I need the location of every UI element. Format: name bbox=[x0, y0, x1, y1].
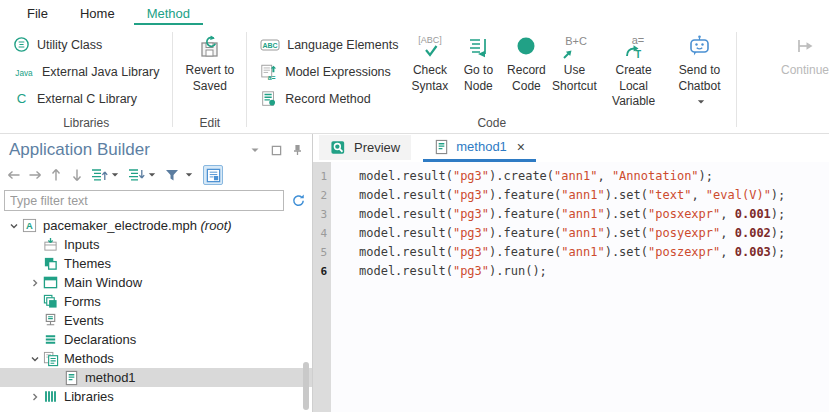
continue-arrow-icon bbox=[792, 34, 819, 60]
themes-icon bbox=[43, 256, 58, 271]
refresh-icon[interactable] bbox=[291, 193, 306, 208]
method-doc-icon bbox=[64, 370, 79, 386]
filter-funnel-dropdown[interactable] bbox=[183, 165, 195, 185]
external-c-library-button[interactable]: CExternal C Library bbox=[6, 85, 166, 112]
tab-label: method1 bbox=[456, 139, 507, 154]
tree-item-themes[interactable]: Themes bbox=[0, 254, 312, 273]
code-token: model.result( bbox=[359, 169, 453, 183]
arrow-up-button[interactable] bbox=[46, 165, 66, 185]
button-label: Language Elements bbox=[287, 38, 398, 52]
line-number: 6 bbox=[313, 262, 331, 281]
go-to-node-icon bbox=[465, 34, 491, 61]
language-elements-icon: ABC bbox=[260, 37, 280, 53]
method-doc-icon bbox=[434, 139, 449, 155]
tree-item-inputs[interactable]: Inputs bbox=[0, 235, 312, 254]
close-tab-icon[interactable]: × bbox=[517, 140, 525, 154]
model-expressions-button[interactable]: a=Model Expressions bbox=[253, 58, 405, 85]
record-method-button[interactable]: Record Method bbox=[253, 85, 405, 112]
list-move-up-dropdown[interactable] bbox=[109, 165, 121, 185]
tree-item-forms[interactable]: Forms bbox=[0, 292, 312, 311]
editor-tab-preview[interactable]: Preview bbox=[319, 135, 411, 160]
ribbon-tab-method[interactable]: Method bbox=[134, 3, 203, 25]
collapse-chevron-icon[interactable] bbox=[250, 146, 260, 154]
code-line[interactable]: model.result("pg3").feature("ann1").set(… bbox=[359, 205, 829, 224]
continue-button: Continue bbox=[781, 26, 829, 133]
svg-text:A: A bbox=[26, 221, 33, 231]
go-to-node-button[interactable]: Go to Node bbox=[454, 26, 502, 94]
record-code-button[interactable]: Record Code bbox=[502, 26, 550, 94]
arrow-down-button[interactable] bbox=[67, 165, 87, 185]
utility-class-button[interactable]: Utility Class bbox=[6, 31, 166, 58]
button-label: Model Expressions bbox=[285, 65, 391, 79]
chevron-right-icon[interactable] bbox=[27, 392, 42, 402]
main-area: Application Builder Apacemaker_electrode… bbox=[0, 134, 829, 412]
group-label-libraries: Libraries bbox=[6, 115, 166, 133]
check-syntax-button[interactable]: [ABC]Check Syntax bbox=[405, 26, 454, 94]
chevron-right-icon[interactable] bbox=[27, 278, 42, 288]
code-line[interactable]: model.result("pg3").feature("ann1").set(… bbox=[359, 243, 829, 262]
code-line[interactable]: model.result("pg3").feature("ann1").set(… bbox=[359, 186, 829, 205]
code-token: ).set( bbox=[605, 245, 648, 259]
ribbon-tab-home[interactable]: Home bbox=[67, 3, 128, 25]
code-token: model.result( bbox=[359, 207, 453, 221]
float-window-icon[interactable] bbox=[271, 145, 282, 156]
c-library-icon: C bbox=[13, 90, 30, 107]
tree-item-pacemaker-electrode-mph[interactable]: Apacemaker_electrode.mph (root) bbox=[0, 216, 312, 235]
external-java-library-button[interactable]: JavaExternal Java Library bbox=[6, 58, 166, 85]
ribbon-group-libraries: Utility ClassJavaExternal Java LibraryCE… bbox=[2, 26, 170, 133]
revert-to-saved-button[interactable]: Revert to Saved bbox=[179, 26, 240, 94]
create-local-variable-button[interactable]: a=TCreate Local Variable bbox=[598, 26, 668, 110]
ribbon-tabs: FileHomeMethod bbox=[0, 0, 829, 25]
code-token: ); bbox=[771, 226, 785, 240]
utility-class-icon bbox=[13, 36, 30, 53]
string-token: "ann1" bbox=[561, 188, 604, 202]
svg-text:[ABC]: [ABC] bbox=[418, 35, 442, 45]
tree-item-methods[interactable]: Methods bbox=[0, 349, 312, 368]
tree-item-libraries[interactable]: Libraries bbox=[0, 387, 312, 406]
tree-item-declarations[interactable]: Declarations bbox=[0, 330, 312, 349]
string-token: "pg3" bbox=[453, 245, 489, 259]
arrow-up-icon bbox=[49, 167, 63, 183]
tree-item-events[interactable]: Events bbox=[0, 311, 312, 330]
preview-icon bbox=[330, 139, 347, 156]
tree-item-main-window[interactable]: Main Window bbox=[0, 273, 312, 292]
list-move-down-button[interactable] bbox=[125, 165, 145, 185]
editor-tab-method1[interactable]: method1× bbox=[423, 134, 536, 162]
code-line[interactable]: model.result("pg3").feature("ann1").set(… bbox=[359, 224, 829, 243]
events-icon bbox=[43, 313, 58, 328]
code-line[interactable]: model.result("pg3").create("ann1", "Anno… bbox=[359, 167, 829, 186]
use-shortcut-button[interactable]: B+CUse Shortcut bbox=[550, 26, 598, 94]
svg-text:a=: a= bbox=[631, 34, 644, 46]
code-editor[interactable]: 123456 model.result("pg3").create("ann1"… bbox=[313, 162, 829, 412]
chevron-down-icon[interactable] bbox=[6, 221, 21, 231]
panel-toolbar bbox=[0, 160, 312, 187]
code-line[interactable]: model.result("pg3").run(); bbox=[359, 262, 829, 281]
chevron-down-icon[interactable] bbox=[27, 354, 42, 364]
button-label: Check Syntax bbox=[410, 63, 449, 94]
tree-item-label: Main Window bbox=[64, 275, 142, 290]
arrow-left-button[interactable] bbox=[4, 165, 24, 185]
ribbon-tab-file[interactable]: File bbox=[14, 3, 61, 25]
list-move-down-dropdown[interactable] bbox=[146, 165, 158, 185]
code-lines[interactable]: model.result("pg3").create("ann1", "Anno… bbox=[331, 162, 829, 412]
create-local-variable-icon: a=T bbox=[618, 33, 650, 61]
filter-funnel-button[interactable] bbox=[162, 165, 182, 185]
filter-input[interactable] bbox=[4, 190, 284, 211]
filter-funnel-icon bbox=[164, 167, 180, 183]
editor-tabs: Previewmethod1× bbox=[313, 134, 829, 162]
line-number-gutter: 123456 bbox=[313, 162, 331, 412]
code-token: ); bbox=[771, 188, 785, 202]
language-elements-button[interactable]: ABCLanguage Elements bbox=[253, 31, 405, 58]
arrow-right-button[interactable] bbox=[25, 165, 45, 185]
list-move-up-button[interactable] bbox=[88, 165, 108, 185]
app-root-icon: A bbox=[22, 218, 37, 233]
button-label: External Java Library bbox=[42, 65, 159, 79]
tree-item-label: Themes bbox=[64, 256, 111, 271]
tree-item-method1[interactable]: method1 bbox=[0, 368, 312, 387]
tree-item-label: Declarations bbox=[64, 332, 136, 347]
toggle-details-button[interactable] bbox=[203, 165, 223, 185]
group-separator bbox=[172, 32, 173, 127]
panel-scrollbar-thumb[interactable] bbox=[303, 362, 309, 410]
pin-icon[interactable] bbox=[293, 144, 302, 156]
send-to-chatbot-button[interactable]: Send to Chatbot bbox=[669, 26, 730, 110]
